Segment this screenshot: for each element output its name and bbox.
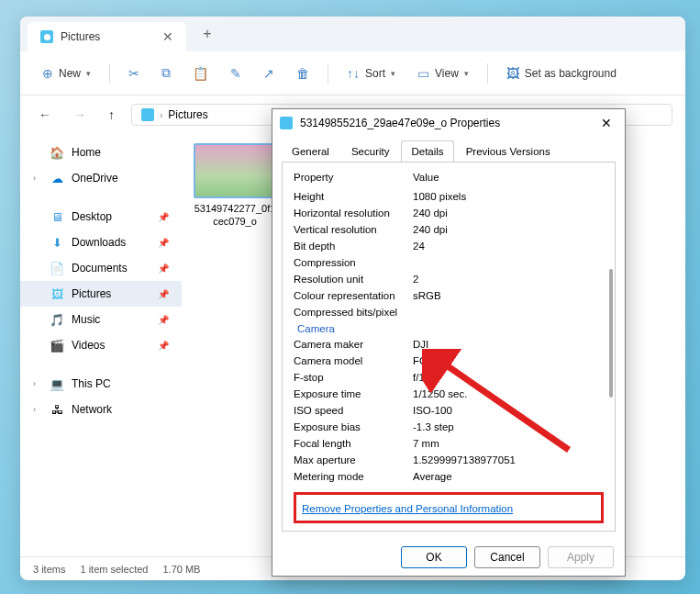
new-button[interactable]: ⊕ New ▾ xyxy=(33,61,100,86)
property-value: FC3582 xyxy=(413,353,604,369)
close-button[interactable]: ✕ xyxy=(595,114,617,132)
tab-bar: Pictures ✕ + xyxy=(20,17,685,51)
property-row[interactable]: Exposure time1/1250 sec. xyxy=(294,386,604,402)
set-background-button[interactable]: 🖼 Set as background xyxy=(497,61,626,86)
view-button[interactable]: ▭ View ▾ xyxy=(408,61,478,86)
sidebar-item-documents[interactable]: 📄 Documents 📌 xyxy=(20,255,182,281)
sidebar-item-pictures[interactable]: 🖼 Pictures 📌 xyxy=(20,281,182,307)
status-items: 3 items xyxy=(33,564,65,575)
dialog-body: Property Value Height1080 pixelsHorizont… xyxy=(282,162,616,532)
close-tab-icon[interactable]: ✕ xyxy=(162,29,173,44)
dialog-titlebar[interactable]: 53149855216_29ae47e09e_o Properties ✕ xyxy=(272,109,625,137)
sidebar-item-onedrive[interactable]: › ☁ OneDrive xyxy=(20,165,182,191)
chevron-down-icon: ▾ xyxy=(86,69,91,78)
property-row[interactable]: Colour representationsRGB xyxy=(294,287,604,304)
sidebar-item-downloads[interactable]: ⬇ Downloads 📌 xyxy=(20,230,182,255)
view-label: View xyxy=(435,67,459,80)
property-row[interactable]: F-stopf/1.7 xyxy=(294,369,604,386)
property-row[interactable]: Compressed bits/pixel xyxy=(294,304,604,320)
copy-button[interactable]: ⧉ xyxy=(152,60,180,86)
file-name: 53149742277_0f1cec079_o xyxy=(191,202,279,229)
property-value: 1080 pixels xyxy=(413,188,604,205)
copy-icon: ⧉ xyxy=(161,65,171,81)
pictures-icon xyxy=(141,108,154,121)
separator xyxy=(109,63,110,84)
property-value: 24 xyxy=(413,238,604,254)
property-row[interactable]: Max aperture1.5299997138977051 xyxy=(294,452,604,468)
pin-icon: 📌 xyxy=(158,341,169,351)
property-value xyxy=(413,254,604,271)
delete-button[interactable]: 🗑 xyxy=(287,61,318,86)
sidebar-item-desktop[interactable]: 🖥 Desktop 📌 xyxy=(20,204,182,230)
section-camera: Camera xyxy=(294,320,604,336)
file-item[interactable]: 53149742277_0f1cec079_o xyxy=(191,143,279,229)
property-row[interactable]: Metering modeAverage xyxy=(294,468,604,485)
chevron-down-icon: ▾ xyxy=(464,69,469,78)
tab-title: Pictures xyxy=(61,30,100,43)
remove-properties-link[interactable]: Remove Properties and Personal Informati… xyxy=(302,503,513,514)
property-name: Camera maker xyxy=(294,336,413,353)
sort-icon: ↑↓ xyxy=(347,66,360,81)
property-row[interactable]: Vertical resolution240 dpi xyxy=(294,221,604,238)
property-value: 240 dpi xyxy=(413,221,604,238)
image-icon xyxy=(280,117,293,129)
pictures-icon: 🖼 xyxy=(50,286,64,301)
property-list[interactable]: Height1080 pixelsHorizontal resolution24… xyxy=(283,188,615,485)
cancel-button[interactable]: Cancel xyxy=(474,546,540,568)
forward-button[interactable]: → xyxy=(68,104,92,126)
property-row[interactable]: Camera makerDJI xyxy=(294,336,604,353)
header-value: Value xyxy=(413,172,604,183)
sidebar-item-music[interactable]: 🎵 Music 📌 xyxy=(20,307,182,332)
property-name: Metering mode xyxy=(294,468,413,485)
scrollbar[interactable] xyxy=(609,269,613,398)
documents-icon: 📄 xyxy=(50,261,64,275)
sidebar-item-label: Downloads xyxy=(72,236,126,249)
property-name: Compressed bits/pixel xyxy=(294,304,413,320)
property-header: Property Value xyxy=(283,168,615,188)
property-row[interactable]: Compression xyxy=(294,254,604,271)
property-row[interactable]: Focal length7 mm xyxy=(294,435,604,452)
property-name: Horizontal resolution xyxy=(294,205,413,221)
paste-button[interactable]: 📋 xyxy=(183,61,217,86)
property-row[interactable]: Camera modelFC3582 xyxy=(294,353,604,369)
background-icon: 🖼 xyxy=(506,66,519,81)
share-button[interactable]: ↗ xyxy=(254,61,283,86)
tab-previous-versions[interactable]: Previous Versions xyxy=(456,140,561,163)
sidebar-item-label: Music xyxy=(72,313,100,326)
sort-button[interactable]: ↑↓ Sort ▾ xyxy=(338,61,405,86)
breadcrumb-location: Pictures xyxy=(168,108,207,121)
property-name: Focal length xyxy=(294,435,413,452)
sidebar-item-videos[interactable]: 🎬 Videos 📌 xyxy=(20,332,182,358)
property-row[interactable]: ISO speedISO-100 xyxy=(294,402,604,419)
tab-details[interactable]: Details xyxy=(401,140,453,163)
new-tab-button[interactable]: + xyxy=(203,26,211,42)
apply-button[interactable]: Apply xyxy=(548,546,614,568)
tab-security[interactable]: Security xyxy=(341,140,400,163)
chevron-down-icon: ▾ xyxy=(391,69,395,78)
sidebar-item-thispc[interactable]: › 💻 This PC xyxy=(20,371,182,397)
cut-button[interactable]: ✂ xyxy=(119,61,149,86)
property-row[interactable]: Resolution unit2 xyxy=(294,271,604,287)
tab-general[interactable]: General xyxy=(282,140,339,163)
tab-pictures[interactable]: Pictures ✕ xyxy=(28,22,186,51)
sidebar-item-network[interactable]: › 🖧 Network xyxy=(20,397,182,422)
videos-icon: 🎬 xyxy=(50,338,64,353)
onedrive-icon: ☁ xyxy=(50,171,64,185)
pin-icon: 📌 xyxy=(158,212,169,222)
pin-icon: 📌 xyxy=(158,238,169,248)
property-row[interactable]: Height1080 pixels xyxy=(294,188,604,205)
back-button[interactable]: ← xyxy=(33,104,57,126)
property-row[interactable]: Bit depth24 xyxy=(294,238,604,254)
status-selected: 1 item selected xyxy=(80,564,148,575)
dialog-tabs: General Security Details Previous Versio… xyxy=(272,137,625,163)
rename-button[interactable]: ✎ xyxy=(221,61,250,86)
property-row[interactable]: Horizontal resolution240 dpi xyxy=(294,205,604,221)
ok-button[interactable]: OK xyxy=(401,546,467,568)
sidebar-item-label: Pictures xyxy=(72,287,111,300)
cut-icon: ✂ xyxy=(128,66,139,81)
property-name: Height xyxy=(294,188,413,205)
property-row[interactable]: Exposure bias-1.3 step xyxy=(294,419,604,435)
sidebar-item-home[interactable]: 🏠 Home xyxy=(20,140,182,165)
up-button[interactable]: ↑ xyxy=(103,104,120,126)
pin-icon: 📌 xyxy=(158,263,169,274)
